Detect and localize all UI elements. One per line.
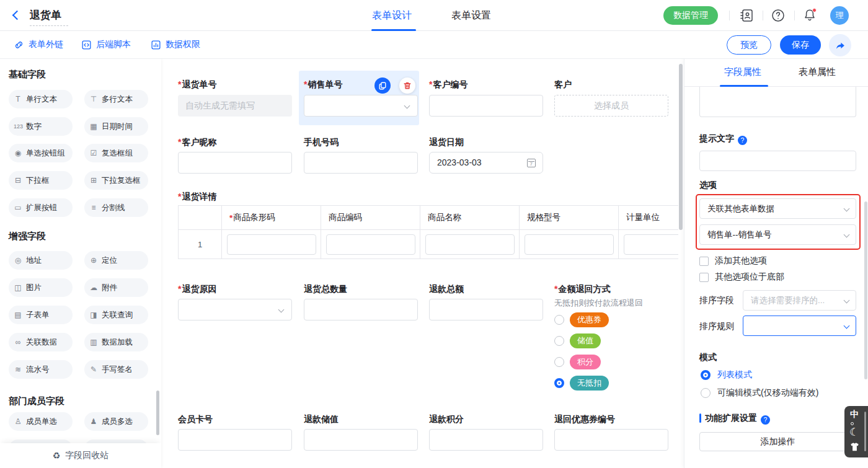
radio-icon[interactable]: [554, 357, 564, 367]
option-badge[interactable]: 优惠券: [570, 312, 609, 327]
clipped-top-input[interactable]: [699, 87, 856, 117]
back-icon[interactable]: [12, 11, 22, 20]
address-book-icon[interactable]: [739, 8, 754, 23]
return-date-picker[interactable]: 2023-03-03: [429, 152, 543, 174]
field-label-detail-table[interactable]: *退货详情: [178, 192, 216, 203]
phone-input[interactable]: [304, 152, 418, 174]
field-label-total-qty[interactable]: 退货总数量: [304, 284, 347, 295]
radio-icon[interactable]: [701, 388, 711, 398]
refund-option-stored-value[interactable]: 储值: [554, 333, 601, 349]
column-header-spec-model[interactable]: 规格型号: [520, 206, 619, 229]
member-card-input[interactable]: [178, 429, 292, 451]
option-badge[interactable]: 积分: [570, 355, 601, 369]
field-label-nickname[interactable]: *客户昵称: [178, 137, 216, 148]
backend-script-link[interactable]: 后端脚本: [81, 39, 131, 50]
field-label-customer[interactable]: 客户: [554, 79, 572, 91]
copy-field-button[interactable]: [374, 77, 391, 94]
checkbox-icon[interactable]: [699, 273, 709, 282]
option-field-select[interactable]: 销售单--销售单号: [699, 224, 856, 245]
customer-no-input[interactable]: [429, 95, 543, 117]
palette-item-extend-button[interactable]: ▭扩展按钮: [9, 198, 73, 217]
mode-editable-radio[interactable]: 可编辑模式(仅移动端有效): [701, 387, 818, 399]
help-icon[interactable]: [771, 8, 786, 23]
refund-coupon-no-input[interactable]: [554, 429, 668, 451]
palette-item-data-load[interactable]: ▥数据加载: [84, 333, 148, 351]
save-button[interactable]: 保存: [780, 35, 821, 55]
data-permission-link[interactable]: 数据权限: [151, 39, 200, 50]
palette-item-multi-text[interactable]: ⊤多行文本: [84, 90, 148, 108]
column-header-barcode[interactable]: *商品条形码: [222, 206, 321, 229]
palette-item-dropdown[interactable]: ⊟下拉框: [9, 171, 73, 190]
checkbox-add-other-option[interactable]: 添加其他选项: [699, 255, 767, 267]
delete-field-button[interactable]: [399, 77, 415, 94]
field-label-member-card[interactable]: 会员卡号: [178, 414, 213, 425]
form-external-link[interactable]: 表单外链: [14, 39, 63, 50]
refund-points-input[interactable]: [429, 429, 543, 451]
panel-scrollbar[interactable]: [864, 201, 867, 379]
field-label-phone[interactable]: 手机号码: [304, 137, 339, 148]
return-no-input[interactable]: 自动生成无需填写: [178, 95, 292, 117]
palette-item-linked-data[interactable]: ∞关联数据: [9, 333, 73, 351]
refund-option-points[interactable]: 积分: [554, 354, 601, 370]
refund-stored-input[interactable]: [304, 429, 418, 451]
tab-form-design[interactable]: 表单设计: [372, 9, 412, 22]
field-label-return-date[interactable]: 退货日期: [429, 137, 464, 148]
data-manage-button[interactable]: 数据管理: [663, 6, 718, 25]
palette-item-linked-query[interactable]: ◨关联查询: [84, 306, 148, 324]
tab-field-properties[interactable]: 字段属性: [724, 66, 761, 78]
sort-rule-select[interactable]: [743, 316, 856, 336]
option-badge[interactable]: 无抵扣: [570, 376, 609, 391]
preview-button[interactable]: 预览: [727, 35, 771, 55]
palette-item-single-text[interactable]: T单行文本: [9, 90, 73, 108]
palette-item-divider[interactable]: ≡分割线: [84, 198, 148, 217]
mode-list-radio[interactable]: 列表模式: [701, 369, 752, 381]
widget-slider[interactable]: [864, 412, 866, 451]
bell-icon[interactable]: [802, 8, 817, 23]
palette-item-datetime[interactable]: ▦日期时间: [84, 117, 148, 136]
field-label-customer-no[interactable]: *客户编号: [429, 79, 467, 91]
sort-field-select[interactable]: 请选择需要排序的...: [743, 290, 856, 311]
canvas-scrollbar[interactable]: [679, 64, 683, 230]
field-label-total-amount[interactable]: 退款总额: [429, 284, 464, 295]
column-header-product-code[interactable]: 商品编码: [321, 206, 420, 229]
refund-option-no-deduction[interactable]: 无抵扣: [554, 375, 609, 391]
palette-item-multi-dropdown[interactable]: ⊞下拉复选框: [84, 171, 148, 190]
hint-text-input[interactable]: [699, 151, 856, 171]
help-icon[interactable]: [738, 136, 747, 145]
checkbox-other-at-bottom[interactable]: 其他选项位于底部: [699, 272, 784, 283]
palette-item-attachment[interactable]: ☁附件: [84, 278, 148, 297]
avatar[interactable]: 理: [830, 6, 849, 25]
palette-item-image[interactable]: ◫图片: [9, 278, 73, 297]
tab-form-properties[interactable]: 表单属性: [799, 66, 836, 78]
sidebar-scrollbar[interactable]: [156, 391, 159, 435]
field-label-reason[interactable]: *退货原因: [178, 284, 216, 295]
palette-item-member-multi[interactable]: ♟成员多选: [84, 412, 148, 431]
palette-item-signature[interactable]: ✎手写签名: [84, 360, 148, 379]
spec-model-cell-input[interactable]: [525, 234, 614, 255]
palette-item-radio-group[interactable]: ◉单选按钮组: [9, 144, 73, 162]
field-recycle-bin[interactable]: ♻ 字段回收站: [0, 443, 161, 468]
nickname-input[interactable]: [178, 152, 292, 174]
add-action-button[interactable]: 添加操作: [699, 432, 856, 451]
unit-cell-input[interactable]: [624, 234, 678, 255]
palette-item-subform[interactable]: ▤子表单: [9, 306, 73, 324]
checkbox-icon[interactable]: [699, 257, 709, 266]
tab-form-settings[interactable]: 表单设置: [451, 9, 491, 22]
barcode-cell-input[interactable]: [227, 234, 316, 255]
sales-no-select[interactable]: [304, 95, 418, 117]
field-label-refund-stored[interactable]: 退款储值: [304, 414, 339, 425]
product-code-cell-input[interactable]: [326, 234, 415, 255]
product-name-cell-input[interactable]: [425, 234, 515, 255]
reason-select[interactable]: [178, 299, 292, 320]
column-header-product-name[interactable]: 商品名称: [420, 206, 520, 229]
radio-selected-icon[interactable]: [554, 378, 564, 388]
radio-selected-icon[interactable]: [701, 370, 711, 380]
field-label-sales-no[interactable]: *销售单号: [304, 79, 342, 91]
palette-item-checkbox-group[interactable]: ☑复选框组: [84, 144, 148, 162]
palette-item-positioning[interactable]: ⊕定位: [84, 251, 148, 270]
dark-mode-moon-icon[interactable]: ☾: [849, 426, 859, 439]
share-button[interactable]: [829, 34, 851, 56]
total-amount-input[interactable]: [429, 299, 543, 320]
palette-item-serial-number[interactable]: ≋流水号: [9, 360, 73, 379]
palette-item-address[interactable]: ◎地址: [9, 251, 73, 270]
